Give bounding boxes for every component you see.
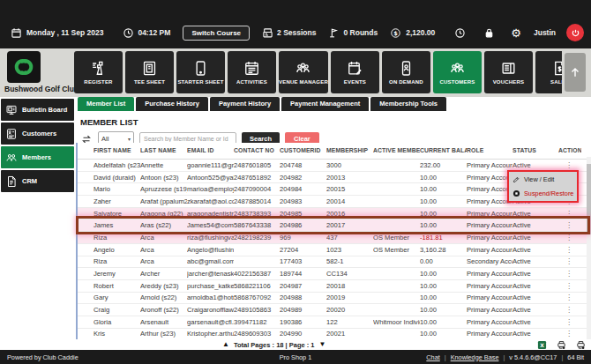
cell-current-balance: 10.00 [420, 292, 467, 303]
tab-payment-history[interactable]: Payment History [210, 97, 280, 111]
vouchers-icon [500, 60, 517, 77]
table-row[interactable]: GaryArnold (s22)arnoldba1@hotm5868767092… [78, 293, 587, 305]
cell-status: Active [512, 292, 558, 303]
menu-item-view-edit[interactable]: View / Edit [509, 172, 577, 186]
page-down-icon[interactable]: ▼ [319, 341, 326, 348]
toolbar-button-events[interactable]: EVENTS [331, 51, 379, 93]
cell-current-balance: 3,160.28 [420, 244, 467, 256]
cell-current-balance: 10.00 [420, 328, 467, 339]
cell-contact-no: 399471182 [234, 316, 280, 328]
table-row[interactable]: JeremyArcherjarcher@tenaska.c40221563871… [78, 268, 587, 280]
gear-icon[interactable]: ⚙ [511, 27, 521, 39]
scrollbar-thumb[interactable] [587, 164, 591, 234]
toolbar-button-customers[interactable]: CUSTOMERS [433, 51, 482, 93]
power-button[interactable] [566, 24, 584, 41]
column-header-first-name: FIRST NAME [94, 143, 140, 159]
row-actions-menu-icon[interactable]: ⋮ [558, 316, 581, 328]
cell-current-balance: 10.00 [420, 304, 467, 316]
table-row[interactable]: SalvatoreAragona (g22)aragonadentistry@2… [78, 208, 587, 220]
cell-role: Primary Account [467, 172, 512, 183]
page-up-icon[interactable]: ▲ [222, 341, 229, 348]
row-actions-menu-icon[interactable]: ⋮ [558, 232, 581, 243]
crm-icon [5, 175, 18, 188]
table-row[interactable]: RobertAreddy (s23)purchase_katke@5868221… [78, 280, 587, 293]
cell-email-id: Antoon525@yaho [187, 172, 234, 183]
sidebar-item-customers[interactable]: Customers [1, 123, 74, 145]
row-actions-menu-icon[interactable]: ⋮ [558, 208, 581, 219]
cell-customer-id: 204983 [280, 196, 326, 207]
toolbar-button-venue-manager[interactable]: VENUE MANAGER [279, 51, 328, 93]
cell-membership: 1023 [326, 244, 373, 256]
table-row[interactable]: GloriaArsenaultgarsenault@cfl.rr.c399471… [78, 316, 587, 329]
collapse-icon [569, 66, 581, 78]
sidebar-item-crm[interactable]: CRM [1, 170, 74, 192]
table-row[interactable]: RizaArcaabc@gmail.com177403582-10.00Seco… [78, 256, 587, 269]
print-export-icon[interactable] [557, 340, 566, 350]
toolbar-button-register[interactable]: REGISTER [74, 51, 123, 93]
chat-link[interactable]: Chat [426, 353, 439, 361]
sidebar-item-members[interactable]: Members [1, 146, 74, 168]
suspend-icon [512, 189, 520, 197]
cell-first-name: Gary [94, 292, 140, 303]
row-actions-menu-icon[interactable]: ⋮ [558, 219, 581, 231]
row-actions-menu-icon[interactable]: ⋮ [558, 304, 581, 316]
toolbar-button-label: VENUE MANAGER [279, 79, 328, 85]
table-row[interactable]: AngeloArcaAngelo@flushingv272041023OS Me… [78, 244, 587, 256]
cell-contact-no: 5868221106 [234, 280, 280, 292]
cell-last-name: Aras (s22) [140, 219, 187, 231]
row-actions-menu-icon[interactable]: ⋮ [558, 268, 581, 279]
menu-item-label: Suspend/Restore [524, 189, 573, 197]
tab-payment-management[interactable]: Payment Management [281, 97, 369, 111]
table-row[interactable]: CraigAronoff (s22)Craigaronofflaw@248910… [78, 304, 587, 316]
table-row[interactable]: KrisArthur (s23)Kristopher.arthur@248960… [78, 329, 587, 339]
cell-customer-id: 204989 [280, 304, 326, 316]
column-header-contact-no: CONTACT NO [234, 143, 280, 159]
table-row[interactable]: JamesAras (s22)James54@comcas58676433382… [78, 219, 587, 232]
table-row[interactable]: RizaArcariza@flushingvalle24821982399694… [78, 232, 587, 244]
menu-item-suspend-restore[interactable]: Suspend/Restore [509, 186, 577, 200]
club-name: Bushwood Golf Club [4, 85, 79, 93]
toolbar-button-label: EVENTS [344, 79, 366, 85]
cell-status: Active [512, 208, 558, 219]
print-settings-icon[interactable] [576, 340, 586, 350]
row-actions-menu-icon[interactable]: ⋮ [558, 244, 581, 256]
toolbar-button-tee-sheet[interactable]: TEE SHEET [125, 51, 174, 93]
cell-membership: 20020 [326, 304, 373, 316]
toolbar-button-vouchers[interactable]: VOUCHERS [484, 51, 533, 93]
row-actions-menu-icon[interactable]: ⋮ [558, 328, 581, 339]
table-header: FIRST NAMELAST NAMEEMAIL IDCONTACT NOCUS… [78, 143, 587, 160]
export-buttons: X [537, 339, 586, 350]
toolbar-button-activities[interactable]: ACTIVITIES [228, 51, 276, 93]
row-actions-menu-icon[interactable]: ⋮ [558, 160, 581, 171]
cell-email-id: Craigaronofflaw@ [187, 304, 234, 316]
cell-status: Active [512, 219, 558, 231]
collapse-toolbar-button[interactable] [565, 53, 586, 92]
bulletin-board-icon [5, 104, 18, 116]
switch-course-button[interactable]: Switch Course [183, 26, 250, 41]
toolbar-button-starter-sheet[interactable]: STARTER SHEET [176, 51, 225, 93]
sidebar-item-bulletin-board[interactable]: Bulletin Board [1, 99, 74, 121]
row-actions-menu-icon[interactable]: ⋮ [558, 292, 581, 303]
lock-icon[interactable] [483, 27, 495, 39]
vertical-scrollbar[interactable] [587, 157, 591, 339]
caret-down-icon: ▾ [128, 136, 131, 142]
clock-status-icon[interactable] [454, 27, 466, 39]
cell-email-id: jarcher@tenaska.c [187, 268, 234, 279]
toolbar-button-on-demand[interactable]: ON DEMAND [382, 51, 430, 93]
cell-customer-id: 204984 [280, 183, 326, 195]
row-actions-menu-icon[interactable]: ⋮ [558, 280, 581, 292]
cell-role: Primary Account [467, 280, 512, 292]
rounds-icon [328, 27, 340, 39]
cell-role: Primary Account [467, 219, 512, 231]
knowledge-base-link[interactable]: Knowledge Base [451, 353, 499, 361]
row-actions-menu-icon[interactable]: ⋮ [558, 256, 581, 267]
activities-icon [243, 60, 260, 77]
tab-purchase-history[interactable]: Purchase History [136, 97, 208, 111]
tab-membership-tools[interactable]: Membership Tools [370, 97, 446, 111]
tab-member-list[interactable]: Member List [78, 97, 134, 111]
cell-customer-id: 204990 [280, 328, 326, 339]
cell-contact-no: 2487090004 [234, 183, 280, 195]
starter-sheet-icon [192, 60, 209, 77]
toolbar-button-sales[interactable]: SALES [535, 51, 562, 93]
excel-export-icon[interactable]: X [537, 340, 547, 350]
